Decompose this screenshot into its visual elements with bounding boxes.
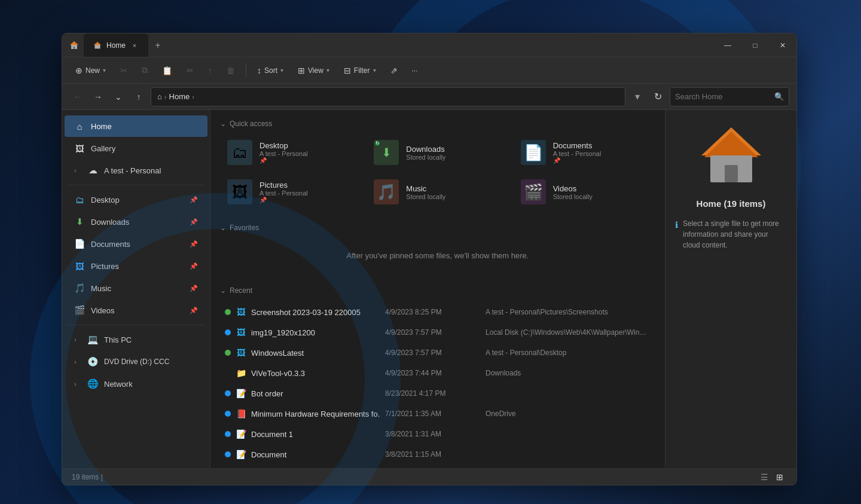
dvd-icon: 💿 xyxy=(87,356,98,367)
breadcrumb-home[interactable]: Home xyxy=(169,92,190,101)
status-dot xyxy=(225,390,231,396)
new-tab-button[interactable]: + xyxy=(148,36,167,55)
tab-close-button[interactable]: × xyxy=(130,41,139,50)
close-button[interactable]: ✕ xyxy=(769,33,796,57)
music-pin-icon: 📌 xyxy=(190,285,198,292)
maximize-button[interactable]: □ xyxy=(741,33,769,57)
sidebar-item-atest[interactable]: › ☁ A test - Personal xyxy=(65,160,207,181)
qa-videos[interactable]: 🎬 Videos Stored locally xyxy=(514,175,655,209)
status-dot xyxy=(225,309,231,315)
sidebar-item-documents[interactable]: 📄 Documents 📌 xyxy=(65,233,207,255)
share2-button[interactable]: ⇗ xyxy=(384,61,404,80)
sidebar-item-home[interactable]: ⌂ Home xyxy=(65,115,207,137)
sidebar-item-network[interactable]: › 🌐 Network xyxy=(65,373,207,395)
qa-videos-name: Videos xyxy=(553,184,593,193)
recent-row[interactable]: 🖼 img19_1920x1200 4/9/2023 7:57 PM Local… xyxy=(220,322,655,343)
filter-icon: ⊟ xyxy=(344,66,351,75)
delete-icon: 🗑 xyxy=(227,66,235,75)
gallery-icon: 🖼 xyxy=(74,143,85,154)
title-bar: Home × + — □ ✕ xyxy=(62,33,796,57)
toolbar-separator-1 xyxy=(246,63,246,78)
favorites-empty-text: After you've pinned some files, we'll sh… xyxy=(220,239,655,272)
sidebar-home-label: Home xyxy=(91,122,112,131)
paste-button[interactable]: 📋 xyxy=(156,61,178,80)
recent-row[interactable]: 📕 Minimum Hardware Requirements fo... 7/… xyxy=(220,404,655,424)
recent-row[interactable]: 📁 ViVeTool-v0.3.3 4/9/2023 7:44 PM Downl… xyxy=(220,363,655,383)
recent-row[interactable]: 📝 Document 3/8/2021 1:15 AM xyxy=(220,444,655,465)
new-button[interactable]: ⊕ New ▾ xyxy=(69,61,112,80)
sidebar-item-thispc[interactable]: › 💻 This PC xyxy=(65,329,207,350)
rename-button[interactable]: ✏ xyxy=(181,61,200,80)
qa-pictures[interactable]: 🖼 Pictures A test - Personal 📌 xyxy=(220,175,362,209)
qa-documents[interactable]: 📄 Documents A test - Personal 📌 xyxy=(514,135,655,170)
breadcrumb-dropdown-button[interactable]: ▾ xyxy=(629,88,646,105)
status-bar: 19 items | ☰ ⊞ xyxy=(62,468,796,485)
sort-button[interactable]: ↕ Sort ▾ xyxy=(251,61,289,80)
search-box[interactable]: 🔍 xyxy=(670,87,789,106)
sidebar-item-desktop[interactable]: 🗂 Desktop 📌 xyxy=(65,189,207,210)
qa-videos-sub: Stored locally xyxy=(553,193,593,200)
recent-item-date: 8/23/2021 4:17 PM xyxy=(385,389,481,398)
sidebar-item-dvd[interactable]: › 💿 DVD Drive (D:) CCC xyxy=(65,351,207,372)
qa-music-name: Music xyxy=(406,184,445,193)
qa-music[interactable]: 🎵 Music Stored locally xyxy=(367,175,508,209)
cut-icon: ✂ xyxy=(120,66,127,75)
qa-downloads-sub: Stored locally xyxy=(406,154,445,161)
sidebar-item-videos[interactable]: 🎬 Videos 📌 xyxy=(65,300,207,321)
active-tab[interactable]: Home × xyxy=(84,33,148,57)
view-button[interactable]: ⊞ View ▾ xyxy=(292,61,335,80)
forward-button[interactable]: → xyxy=(90,88,106,105)
favorites-section-title[interactable]: Favorites xyxy=(220,224,655,232)
status-dot xyxy=(225,329,231,335)
delete-button[interactable]: 🗑 xyxy=(221,61,241,80)
sidebar-thispc-label: This PC xyxy=(104,335,132,344)
recent-row[interactable]: 🖼 Screenshot 2023-03-19 220005 4/9/2023 … xyxy=(220,302,655,322)
recent-row[interactable]: 🖼 WindowsLatest 4/9/2023 7:57 PM A test … xyxy=(220,343,655,363)
recent-item-location: Local Disk (C:)\Windows\Web\4K\Wallpaper… xyxy=(486,328,651,337)
pictures-pin-icon: 📌 xyxy=(190,262,198,270)
sidebar-item-downloads[interactable]: ⬇ Downloads 📌 xyxy=(65,211,207,233)
pictures-qa-icon: 🖼 xyxy=(232,183,248,201)
filter-chevron: ▾ xyxy=(373,67,376,74)
item-name-text: ViVeTool-v0.3.3 xyxy=(251,369,305,378)
recent-item-date: 3/8/2021 1:31 AM xyxy=(385,430,481,438)
recent-section-title[interactable]: Recent xyxy=(220,286,655,295)
item-name-text: Document 1 xyxy=(251,430,293,439)
recent-locations-button[interactable]: ⌄ xyxy=(110,88,127,105)
up-button[interactable]: ↑ xyxy=(130,88,147,105)
share-button[interactable]: ↑ xyxy=(202,61,218,80)
quick-access-grid: 🗂 Desktop A test - Personal 📌 ⬇ ↻ xyxy=(220,135,655,209)
sidebar-item-pictures[interactable]: 🖼 Pictures 📌 xyxy=(65,255,207,277)
sidebar-item-music[interactable]: 🎵 Music 📌 xyxy=(65,277,207,299)
status-dot xyxy=(225,411,231,417)
recent-row[interactable]: 📝 Document 1 3/8/2021 1:31 AM xyxy=(220,424,655,444)
documents-icon: 📄 xyxy=(74,239,85,249)
grid-view-button[interactable]: ⊞ xyxy=(773,471,787,483)
cut-button[interactable]: ✂ xyxy=(114,61,133,80)
breadcrumb-home-icon[interactable]: ⌂ xyxy=(157,92,162,101)
back-button[interactable]: ← xyxy=(69,88,86,105)
right-panel: Home (19 items) ℹ Select a single file t… xyxy=(665,110,796,468)
quick-access-section-title[interactable]: Quick access xyxy=(220,120,655,128)
sidebar-item-gallery[interactable]: 🖼 Gallery xyxy=(65,138,207,159)
panel-info: ℹ Select a single file to get more infor… xyxy=(675,218,787,251)
copy-button[interactable]: ⧉ xyxy=(136,61,154,80)
recent-row[interactable]: 📝 Bot order 8/23/2021 4:17 PM xyxy=(220,383,655,404)
minimize-button[interactable]: — xyxy=(714,33,741,57)
recent-item-name: 📝 Document xyxy=(225,449,380,460)
refresh-button[interactable]: ↻ xyxy=(649,88,666,105)
pictures-icon: 🖼 xyxy=(74,261,85,271)
list-view-button[interactable]: ☰ xyxy=(757,471,771,483)
filter-button[interactable]: ⊟ Filter ▾ xyxy=(338,61,382,80)
window-icon xyxy=(69,41,79,50)
address-bar: ← → ⌄ ↑ ⌂ › Home › ▾ ↻ 🔍 xyxy=(62,84,796,110)
breadcrumb-bar[interactable]: ⌂ › Home › xyxy=(151,87,625,106)
qa-downloads[interactable]: ⬇ ↻ Downloads Stored locally xyxy=(367,135,508,170)
file-type-icon: 📝 xyxy=(236,449,246,460)
qa-pictures-name: Pictures xyxy=(259,181,308,190)
documents-pin-badge: 📌 xyxy=(553,157,602,164)
qa-desktop[interactable]: 🗂 Desktop A test - Personal 📌 xyxy=(220,135,362,170)
more-button[interactable]: ··· xyxy=(406,61,424,80)
search-input[interactable] xyxy=(675,92,771,101)
sidebar-documents-label: Documents xyxy=(91,240,130,249)
